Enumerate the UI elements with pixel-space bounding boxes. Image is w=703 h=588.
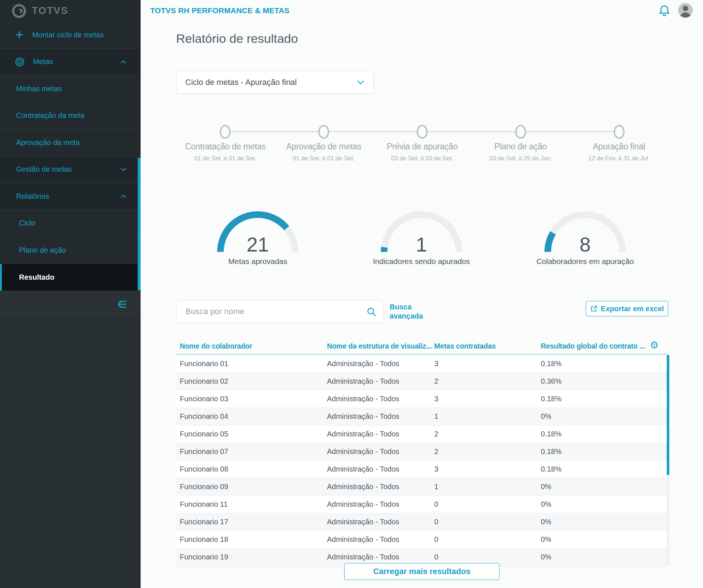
sidebar-item-resultado[interactable]: Resultado [0, 264, 141, 291]
table-row[interactable]: Funcionario 03 Administração - Todos 3 0… [176, 390, 668, 408]
search-icon[interactable] [364, 307, 383, 317]
table-scrollbar[interactable] [667, 355, 669, 475]
cell-result: 0% [541, 483, 668, 491]
cell-goals: 1 [434, 412, 541, 421]
cell-goals: 2 [434, 430, 541, 438]
cell-structure: Administração - Todos [327, 430, 434, 438]
sidebar-item-label: Metas [33, 57, 53, 66]
app-title: TOTVS RH PERFORMANCE & METAS [150, 6, 290, 15]
step-dates: 01 de Set. à 01 de Set. [275, 155, 373, 162]
step-label: Aprovação de metas [275, 142, 373, 152]
cell-name: Funcionario 19 [180, 553, 327, 561]
chevron-down-icon [119, 165, 127, 174]
cycle-select[interactable]: Ciclo de metas - Apuração final [176, 71, 374, 94]
target-icon [15, 57, 25, 67]
column-header-estrutura[interactable]: Nome da estrutura de visualiz... [327, 342, 434, 350]
cell-structure: Administração - Todos [327, 500, 434, 509]
column-header-nome-colaborador[interactable]: Nome do colaborador [180, 342, 327, 350]
table-row[interactable]: Funcionario 09 Administração - Todos 1 0… [176, 478, 668, 496]
cell-structure: Administração - Todos [327, 518, 434, 526]
column-header-resultado-global[interactable]: Resultado global do contrato ... [541, 342, 668, 350]
sidebar-item-label: Gestão de metas [16, 165, 72, 174]
table-row[interactable]: Funcionario 01 Administração - Todos 3 0… [176, 355, 668, 373]
sidebar-item-montar-ciclo[interactable]: Montar ciclo de metas [0, 22, 141, 49]
table-row[interactable]: Funcionario 18 Administração - Todos 0 0… [176, 531, 668, 548]
cell-result: 0% [541, 518, 668, 526]
bell-icon [659, 4, 670, 17]
cell-result: 0% [541, 500, 668, 509]
step-label: Plano de ação [471, 142, 570, 152]
table-row[interactable]: Funcionario 05 Administração - Todos 2 0… [176, 425, 668, 443]
export-excel-button[interactable]: Exportar em excel [586, 301, 668, 316]
user-avatar[interactable] [678, 3, 693, 18]
sidebar-item-gestao-de-metas[interactable]: Gestão de metas [0, 156, 141, 183]
table-row[interactable]: Funcionario 08 Administração - Todos 3 0… [176, 461, 668, 478]
sidebar-item-contratacao-da-meta[interactable]: Contratação da meta [0, 103, 141, 130]
table-body: Funcionario 01 Administração - Todos 3 0… [176, 355, 668, 566]
cell-name: Funcionario 04 [180, 412, 327, 421]
table-row[interactable]: Funcionario 02 Administração - Todos 2 0… [176, 373, 668, 390]
column-header-metas-contratadas[interactable]: Metas contratadas [434, 342, 541, 350]
table-row[interactable]: Funcionario 17 Administração - Todos 0 0… [176, 513, 668, 531]
step-dates: 01 de Set. à 01 de Set. [176, 155, 275, 162]
sidebar-item-ciclo[interactable]: Ciclo [0, 210, 141, 237]
load-more-button[interactable]: Carregar mais resultados [344, 563, 499, 580]
cell-structure: Administração - Todos [327, 360, 434, 368]
plus-icon [15, 30, 24, 40]
page-title: Relatório de resultado [176, 31, 298, 46]
cell-goals: 0 [434, 535, 541, 544]
sidebar-scrollbar[interactable] [138, 158, 141, 290]
sidebar: TOTVS Montar ciclo de metas Metas Minhas… [0, 0, 141, 588]
chevron-up-icon [119, 192, 127, 200]
cell-result: 0.18% [541, 430, 668, 438]
chevron-up-icon [119, 58, 127, 66]
cell-name: Funcionario 02 [180, 377, 327, 386]
external-link-icon [590, 305, 598, 312]
sidebar-item-label: Relatórios [16, 192, 49, 201]
cell-result: 0% [541, 412, 668, 421]
cell-goals: 0 [434, 518, 541, 526]
table-row[interactable]: Funcionario 04 Administração - Todos 1 0… [176, 408, 668, 425]
table-row[interactable]: Funcionario 07 Administração - Todos 2 0… [176, 443, 668, 461]
cell-name: Funcionario 08 [180, 465, 327, 473]
cell-result: 0.18% [541, 360, 668, 368]
sidebar-item-plano-de-acao[interactable]: Plano de ação [0, 237, 141, 264]
cell-goals: 1 [434, 483, 541, 491]
sidebar-item-metas[interactable]: Metas [0, 49, 141, 76]
step-label: Contratação de metas [176, 142, 275, 152]
cell-name: Funcionario 01 [180, 360, 327, 368]
step-circle [614, 125, 625, 139]
step-circle [318, 125, 329, 139]
sidebar-item-label: Plano de ação [19, 246, 66, 254]
cell-name: Funcionario 09 [180, 483, 327, 491]
advanced-search-link[interactable]: Busca avançada [390, 302, 437, 321]
cell-structure: Administração - Todos [327, 377, 434, 386]
cell-goals: 2 [434, 447, 541, 456]
search-input[interactable] [176, 307, 364, 316]
cell-structure: Administração - Todos [327, 465, 434, 473]
cell-result: 0.18% [541, 465, 668, 473]
collapse-sidebar-button[interactable] [0, 291, 141, 318]
sidebar-item-aprovacao-da-meta[interactable]: Aprovação da meta [0, 129, 141, 156]
search-box [176, 300, 383, 323]
table-settings-gear-icon[interactable]: ⚙ [650, 340, 659, 350]
gauge-value: 8 [541, 233, 629, 256]
cell-goals: 2 [434, 377, 541, 386]
cell-goals: 0 [434, 500, 541, 509]
notifications-button[interactable] [659, 4, 670, 17]
stepper-step-previa: Prévia de apuração 03 de Set. à 03 de Se… [373, 117, 472, 162]
sidebar-item-relatorios[interactable]: Relatórios [0, 183, 141, 210]
cell-result: 0% [541, 535, 668, 544]
gauge-label: Metas aprovadas [203, 256, 313, 266]
sidebar-item-label: Aprovação da meta [16, 138, 79, 147]
stepper-step-apuracao-final: Apuração final 12 de Fev. à 31 de Jul. [570, 117, 668, 162]
table-row[interactable]: Funcionario 11 Administração - Todos 0 0… [176, 496, 668, 513]
sidebar-item-minhas-metas[interactable]: Minhas metas [0, 75, 141, 103]
cell-name: Funcionario 05 [180, 430, 327, 438]
chevron-down-icon [357, 80, 365, 85]
totvs-logo: TOTVS [0, 0, 141, 22]
step-label: Apuração final [570, 142, 668, 152]
cell-name: Funcionario 03 [180, 395, 327, 403]
cell-goals: 3 [434, 395, 541, 403]
cell-structure: Administração - Todos [327, 483, 434, 491]
